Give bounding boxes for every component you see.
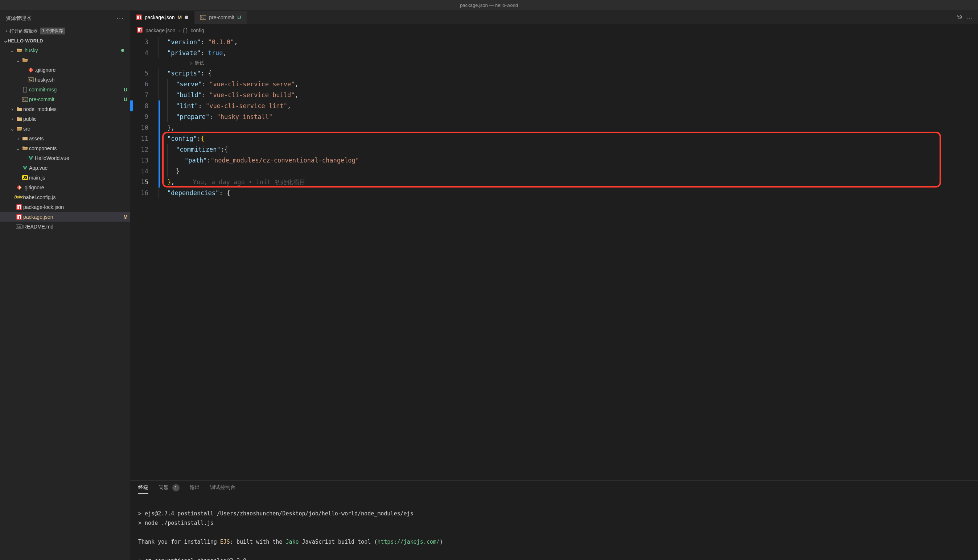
git-status-badge: U <box>121 97 130 102</box>
tree-item-node-modules[interactable]: ›node_modules <box>0 104 130 114</box>
code-line[interactable]: 7"build": "vue-cli-service build", <box>130 90 978 100</box>
tree-item-commit-msg[interactable]: commit-msgU <box>0 85 130 94</box>
line-number: 11 <box>133 133 157 144</box>
code-line[interactable]: 6"serve": "vue-cli-service serve", <box>130 79 978 90</box>
tab-terminal[interactable]: 终端 <box>138 484 148 493</box>
code-line[interactable]: 3"version": "0.1.0", <box>130 37 978 48</box>
tree-item-src[interactable]: ⌄src <box>0 124 130 133</box>
line-number: 3 <box>133 37 157 48</box>
svg-rect-13 <box>19 216 20 219</box>
line-number: 5 <box>133 68 157 79</box>
problems-count-badge: 1 <box>172 484 180 492</box>
tree-item-components[interactable]: ⌄components <box>0 143 130 153</box>
tree-item-label: assets <box>29 136 130 142</box>
chevron-right-icon: › <box>178 28 180 33</box>
breadcrumb[interactable]: package.json › { } config <box>130 24 978 37</box>
timeline-icon[interactable] <box>957 16 963 21</box>
code-line[interactable]: 4"private": true, <box>130 48 978 58</box>
tree-item--gitignore[interactable]: .gitignore <box>0 65 130 75</box>
braces-icon: { } <box>183 28 188 33</box>
svg-rect-17 <box>200 15 206 20</box>
svg-rect-3 <box>28 78 34 82</box>
tree-item-package-lock-json[interactable]: package-lock.json <box>0 202 130 212</box>
svg-rect-4 <box>22 97 28 102</box>
npm-icon <box>136 15 142 20</box>
folder-icon <box>15 116 23 122</box>
tree-item-public[interactable]: ›public <box>0 114 130 124</box>
folder-open-icon <box>15 126 23 132</box>
tree-item-label: husky.sh <box>35 77 130 83</box>
folder-icon <box>21 136 29 142</box>
code-line[interactable]: 10}, <box>130 122 978 133</box>
breadcrumb-file: package.json <box>145 28 176 33</box>
sh-icon <box>200 15 206 20</box>
code-line[interactable]: 12"commitizen":{ <box>130 144 978 155</box>
editor-viewport[interactable]: 3"version": "0.1.0",4"private": true,▷ 调… <box>130 37 978 480</box>
tab-problems[interactable]: 问题 1 <box>158 484 180 493</box>
line-number: 13 <box>133 155 157 166</box>
codelens-debug[interactable]: ▷ 调试 <box>190 58 204 68</box>
line-number: 7 <box>133 90 157 100</box>
line-number: 15 <box>133 177 157 188</box>
tree-item--husky[interactable]: ⌄.husky <box>0 45 130 55</box>
tree-item--[interactable]: ⌄_ <box>0 55 130 65</box>
code-line[interactable]: 14} <box>130 166 978 177</box>
tree-item-assets[interactable]: ›assets <box>0 133 130 143</box>
editor-tab-package-json[interactable]: package.jsonM <box>130 11 195 24</box>
tree-item-label: .gitignore <box>35 67 130 73</box>
tree-item-label: commit-msg <box>29 87 121 92</box>
line-number: 16 <box>133 188 157 198</box>
tab-debug-console[interactable]: 调试控制台 <box>210 484 235 493</box>
sh-icon <box>21 97 29 102</box>
npm-icon <box>137 27 143 34</box>
tree-item-pre-commit[interactable]: pre-commitU <box>0 94 130 104</box>
project-header[interactable]: ⌄ HELLO-WORLD <box>0 36 130 45</box>
tree-item-husky-sh[interactable]: husky.sh <box>0 75 130 85</box>
code-line[interactable]: 11"config":{ <box>130 133 978 144</box>
line-number: 14 <box>133 166 157 177</box>
tree-item-helloworld-vue[interactable]: HelloWorld.vue <box>0 153 130 163</box>
tree-item-label: .husky <box>23 48 121 53</box>
explorer-title: 资源管理器 <box>6 15 31 22</box>
more-icon[interactable]: ··· <box>967 16 973 21</box>
npm-icon <box>15 214 23 220</box>
tree-item--gitignore[interactable]: .gitignore <box>0 182 130 192</box>
sh-icon <box>27 77 35 83</box>
tab-output[interactable]: 输出 <box>190 484 200 493</box>
open-editors-label: 打开的编辑器 <box>10 28 38 35</box>
code-line[interactable]: 16"dependencies": { <box>130 188 978 198</box>
play-icon: ▷ <box>190 58 193 68</box>
tree-item-label: src <box>23 126 130 132</box>
explorer-more-icon[interactable]: ··· <box>117 15 124 22</box>
tree-item-app-vue[interactable]: App.vue <box>0 163 130 173</box>
md-icon: M↓ <box>15 225 23 229</box>
tree-item-readme-md[interactable]: M↓README.md <box>0 222 130 232</box>
git-status-badge: U <box>121 87 130 92</box>
terminal-output[interactable]: > ejs@2.7.4 postinstall /Users/zhaoshunc… <box>130 497 978 560</box>
code-content: "version": "0.1.0", <box>157 37 978 48</box>
code-line[interactable]: 9"prepare": "husky install" <box>130 112 978 122</box>
code-content: },You, a day ago • init 初始化项目 <box>157 177 978 188</box>
js-icon: JS <box>21 175 29 180</box>
code-line[interactable]: 8"lint": "vue-cli-service lint", <box>130 100 978 112</box>
code-line[interactable]: 15},You, a day ago • init 初始化项目 <box>130 177 978 188</box>
open-editors-section[interactable]: › 打开的编辑器 1 个未保存 <box>0 26 130 36</box>
svg-rect-10 <box>19 206 20 209</box>
git-gutter-modified <box>158 100 160 188</box>
editor-tab-pre-commit[interactable]: pre-commitU <box>195 11 247 24</box>
code-line[interactable]: 5"scripts": { <box>130 68 978 79</box>
code-content: "prepare": "husky install" <box>157 112 978 122</box>
line-number: 6 <box>133 79 157 90</box>
tree-item-main-js[interactable]: JSmain.js <box>0 173 130 182</box>
babel-icon: Babel <box>15 195 23 199</box>
chevron-icon: › <box>10 106 15 112</box>
tree-item-label: package-lock.json <box>23 204 130 210</box>
file-tree: ⌄.husky⌄_.gitignorehusky.shcommit-msgUpr… <box>0 45 130 560</box>
explorer-sidebar: 资源管理器 ··· › 打开的编辑器 1 个未保存 ⌄ HELLO-WORLD … <box>0 11 130 560</box>
tree-item-label: babel.config.js <box>23 194 130 200</box>
tree-item-babel-config-js[interactable]: Babelbabel.config.js <box>0 192 130 202</box>
tab-label: pre-commit <box>209 15 234 20</box>
tree-item-package-json[interactable]: package.jsonM <box>0 212 130 222</box>
code-line[interactable]: 13"path":"node_modules/cz-conventional-c… <box>130 155 978 166</box>
chevron-icon: ⌄ <box>15 145 21 151</box>
